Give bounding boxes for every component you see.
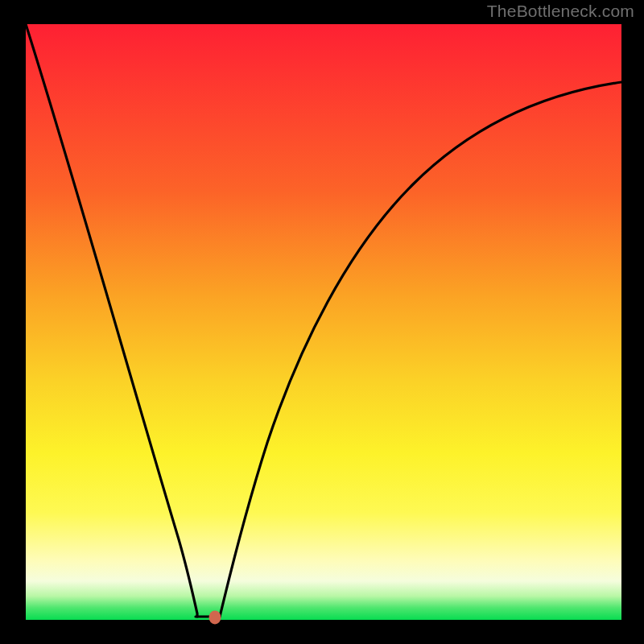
plot-area [26, 24, 621, 620]
optimal-point-marker [209, 611, 221, 625]
chart-frame: TheBottleneck.com [0, 0, 644, 644]
curve-left-branch [26, 24, 197, 617]
bottleneck-curve [26, 24, 621, 620]
watermark-text: TheBottleneck.com [487, 2, 634, 21]
curve-right-branch [220, 82, 621, 617]
